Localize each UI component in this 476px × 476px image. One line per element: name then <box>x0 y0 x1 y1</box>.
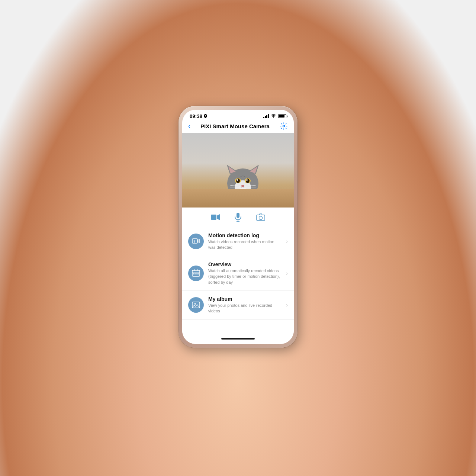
svg-point-25 <box>259 216 263 220</box>
status-icons <box>263 114 286 118</box>
battery-icon <box>278 114 286 118</box>
navigation-bar: ‹ PIXI Smart Mouse Camera <box>182 120 294 133</box>
svg-point-0 <box>283 125 285 127</box>
motion-detection-title: Motion detection log <box>208 232 282 238</box>
svg-point-36 <box>194 303 196 305</box>
motion-detection-text: Motion detection log Watch videos record… <box>208 232 282 251</box>
svg-point-12 <box>246 179 248 181</box>
back-button[interactable]: ‹ <box>188 122 190 130</box>
phone-device: 09:38 <box>178 106 298 348</box>
overview-icon <box>188 266 204 281</box>
home-indicator <box>182 334 294 344</box>
my-album-subtitle: View your photos and live-recorded video… <box>208 303 282 314</box>
svg-rect-35 <box>192 302 200 308</box>
page-title: PIXI Smart Mouse Camera <box>200 123 270 129</box>
svg-rect-21 <box>237 213 239 218</box>
svg-point-27 <box>194 240 195 242</box>
svg-point-11 <box>237 179 238 181</box>
my-album-title: My album <box>208 296 282 302</box>
svg-rect-34 <box>197 273 199 274</box>
microphone-button[interactable] <box>235 213 241 222</box>
svg-marker-20 <box>217 214 220 220</box>
menu-item-overview[interactable]: Overview Watch all automatically recoded… <box>182 256 294 291</box>
overview-title: Overview <box>208 261 282 267</box>
toolbar <box>182 208 294 227</box>
settings-button[interactable] <box>280 122 288 130</box>
my-album-chevron: › <box>286 302 288 308</box>
menu-item-my-album[interactable]: My album View your photos and live-recor… <box>182 291 294 320</box>
motion-detection-icon <box>188 234 204 249</box>
status-bar: 09:38 <box>182 110 294 120</box>
svg-rect-33 <box>196 273 197 274</box>
svg-point-10 <box>246 178 250 183</box>
phone-screen: 09:38 <box>182 110 294 344</box>
signal-icon <box>263 114 269 118</box>
my-album-icon <box>188 297 204 313</box>
overview-chevron: › <box>286 270 288 276</box>
motion-detection-subtitle: Watch videos recorded when motion was de… <box>208 239 282 251</box>
svg-point-9 <box>236 178 240 183</box>
home-bar <box>221 338 255 340</box>
my-album-text: My album View your photos and live-recor… <box>208 296 282 314</box>
camera-feed[interactable] <box>182 133 294 208</box>
menu-list: Motion detection log Watch videos record… <box>182 227 294 334</box>
wifi-icon <box>271 114 276 118</box>
overview-text: Overview Watch all automatically recoded… <box>208 261 282 285</box>
scene: 09:38 <box>0 0 476 476</box>
snapshot-button[interactable] <box>256 213 265 222</box>
svg-point-13 <box>241 185 244 187</box>
location-icon <box>204 114 207 118</box>
menu-item-motion-detection[interactable]: Motion detection log Watch videos record… <box>182 227 294 256</box>
svg-rect-19 <box>211 215 216 220</box>
video-button[interactable] <box>211 213 220 222</box>
status-time: 09:38 <box>190 113 202 119</box>
svg-rect-32 <box>193 273 194 274</box>
overview-subtitle: Watch all automatically recoded videos (… <box>208 268 282 285</box>
motion-detection-chevron: › <box>286 238 288 244</box>
